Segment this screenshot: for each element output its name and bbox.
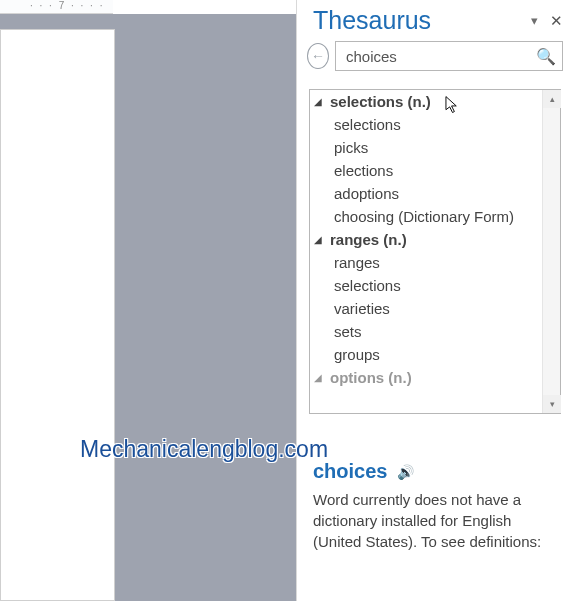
- speaker-icon[interactable]: 🔊: [397, 464, 414, 480]
- scrollbar[interactable]: ▴ ▾: [542, 90, 560, 413]
- back-button[interactable]: ←: [307, 43, 329, 69]
- synonym-item[interactable]: elections: [310, 159, 542, 182]
- group-header-selections[interactable]: ◢ selections (n.): [310, 90, 542, 113]
- thesaurus-pane: Thesaurus ▾ ✕ ← 🔍 ◢ selections (n.) sele…: [296, 0, 573, 601]
- synonym-item[interactable]: picks: [310, 136, 542, 159]
- scroll-down-button[interactable]: ▾: [543, 395, 561, 413]
- definition-header: choices 🔊: [313, 460, 559, 483]
- synonym-item[interactable]: adoptions: [310, 182, 542, 205]
- pane-options-dropdown[interactable]: ▾: [525, 13, 543, 28]
- group-header-options[interactable]: ◢ options (n.): [310, 366, 542, 389]
- pane-controls: ▾ ✕: [525, 12, 565, 30]
- group-header-label: options (n.): [330, 369, 412, 386]
- definition-word: choices: [313, 460, 387, 483]
- synonym-item[interactable]: varieties: [310, 297, 542, 320]
- synonym-item[interactable]: selections: [310, 113, 542, 136]
- back-arrow-icon: ←: [311, 48, 325, 64]
- close-icon[interactable]: ✕: [547, 12, 565, 30]
- group-header-ranges[interactable]: ◢ ranges (n.): [310, 228, 542, 251]
- collapse-arrow-icon: ◢: [314, 96, 328, 107]
- collapse-arrow-icon: ◢: [314, 234, 328, 245]
- search-row: ← 🔍: [297, 41, 573, 79]
- search-input[interactable]: [346, 48, 536, 65]
- document-page[interactable]: [0, 29, 115, 601]
- definition-section: choices 🔊 Word currently does not have a…: [297, 414, 573, 552]
- pane-header: Thesaurus ▾ ✕: [297, 0, 573, 41]
- group-header-label: ranges (n.): [330, 231, 407, 248]
- search-icon[interactable]: 🔍: [536, 47, 556, 66]
- watermark-text: Mechanicalengblog.com: [80, 436, 328, 463]
- synonym-item[interactable]: sets: [310, 320, 542, 343]
- pane-title: Thesaurus: [313, 6, 431, 35]
- results-list: ◢ selections (n.) selections picks elect…: [309, 89, 561, 414]
- synonym-item[interactable]: ranges: [310, 251, 542, 274]
- search-box[interactable]: 🔍: [335, 41, 563, 71]
- definition-text: Word currently does not have a dictionar…: [313, 489, 559, 552]
- ruler: · · · 7 · · · ·: [0, 0, 113, 14]
- scroll-up-button[interactable]: ▴: [543, 90, 561, 108]
- document-background: [0, 14, 296, 601]
- synonym-item[interactable]: groups: [310, 343, 542, 366]
- collapse-arrow-icon: ◢: [314, 372, 328, 383]
- synonym-item[interactable]: choosing (Dictionary Form): [310, 205, 542, 228]
- synonym-item[interactable]: selections: [310, 274, 542, 297]
- results-inner: ◢ selections (n.) selections picks elect…: [310, 90, 542, 413]
- group-header-label: selections (n.): [330, 93, 431, 110]
